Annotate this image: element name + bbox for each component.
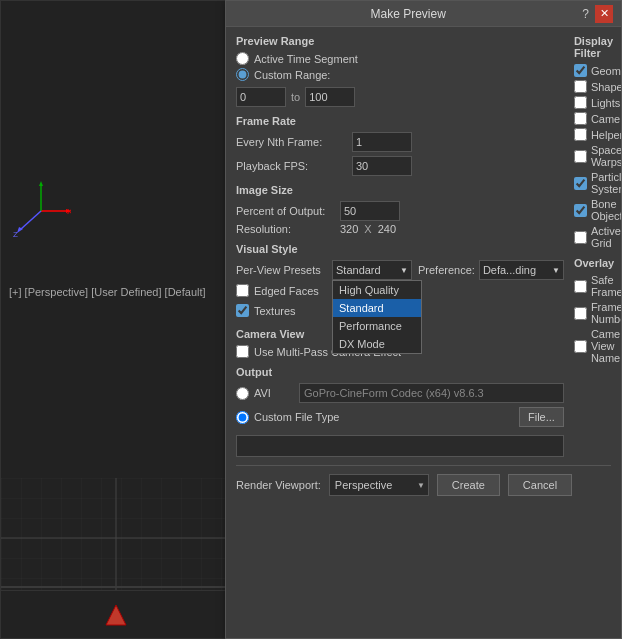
overlay-camera-view-name: Camera / View Name <box>574 328 621 364</box>
codec-display: GoPro-CineForm Codec (x64) v8.6.3 <box>299 383 564 403</box>
filter-geometry: Geometry <box>574 64 621 77</box>
bone-objects-checkbox[interactable] <box>574 204 587 217</box>
cameras-label: Cameras <box>591 113 621 125</box>
filter-lights: Lights <box>574 96 621 109</box>
preset-high-quality[interactable]: High Quality <box>333 281 421 299</box>
bottom-icon <box>101 600 131 630</box>
edged-faces-row: Edged Faces <box>236 284 319 297</box>
textures-row: Textures <box>236 304 296 317</box>
particle-systems-label: Particle Systems <box>591 171 621 195</box>
safe-frames-checkbox[interactable] <box>574 280 587 293</box>
range-inputs: 0 to 100 <box>236 87 564 107</box>
preset-dx-mode[interactable]: DX Mode <box>333 335 421 353</box>
particle-systems-checkbox[interactable] <box>574 177 587 190</box>
bone-objects-label: Bone Objects <box>591 198 621 222</box>
x-separator: X <box>364 223 371 235</box>
percent-input[interactable]: 50 <box>340 201 400 221</box>
per-view-label: Per-View Presets <box>236 264 326 276</box>
overlay-label: Overlay <box>574 257 621 269</box>
playback-fps-label: Playback FPS: <box>236 160 346 172</box>
dialog-title: Make Preview <box>234 7 582 21</box>
active-time-segment-label: Active Time Segment <box>254 53 358 65</box>
frame-numbers-label: Frame Numbers <box>591 301 621 325</box>
display-filter-label: Display Filter <box>574 35 621 59</box>
active-time-segment-radio[interactable] <box>236 52 249 65</box>
filter-shapes: Shapes <box>574 80 621 93</box>
camera-view-name-label: Camera / View Name <box>591 328 621 364</box>
safe-frames-label: Safe Frames <box>591 274 621 298</box>
output-path-input[interactable] <box>236 435 564 457</box>
per-view-presets-row: Per-View Presets Standard High Quality S… <box>236 260 564 280</box>
custom-file-row: Custom File Type File... <box>236 407 564 427</box>
custom-file-radio[interactable] <box>236 411 249 424</box>
percent-label: Percent of Output: <box>236 205 336 217</box>
preset-standard[interactable]: Standard <box>333 299 421 317</box>
custom-range-row: Custom Range: <box>236 68 564 81</box>
lights-checkbox[interactable] <box>574 96 587 109</box>
helpers-checkbox[interactable] <box>574 128 587 141</box>
filter-cameras: Cameras <box>574 112 621 125</box>
cancel-button[interactable]: Cancel <box>508 474 572 496</box>
viewport-select-wrap: Perspective <box>329 474 429 496</box>
render-viewport-select[interactable]: Perspective <box>329 474 429 496</box>
filter-helpers: Helpers <box>574 128 621 141</box>
helpers-label: Helpers <box>591 129 621 141</box>
viewport-panel: X Y Z [+] [Perspective] [User Defined] [… <box>0 0 230 639</box>
overlay-section: Overlay Safe Frames Frame Numbers Camera… <box>574 257 621 364</box>
geometry-label: Geometry <box>591 65 621 77</box>
avi-radio[interactable] <box>236 387 249 400</box>
every-nth-input[interactable]: 1 <box>352 132 412 152</box>
help-button[interactable]: ? <box>582 7 589 21</box>
textures-label: Textures <box>254 305 296 317</box>
close-button[interactable]: ✕ <box>595 5 613 23</box>
filter-space-warps: Space Warps <box>574 144 621 168</box>
range-from-input[interactable]: 0 <box>236 87 286 107</box>
custom-range-radio[interactable] <box>236 68 249 81</box>
avi-row: AVI GoPro-CineForm Codec (x64) v8.6.3 <box>236 383 564 403</box>
create-button[interactable]: Create <box>437 474 500 496</box>
frame-rate-label: Frame Rate <box>236 115 564 127</box>
filter-bone-objects: Bone Objects <box>574 198 621 222</box>
frame-numbers-checkbox[interactable] <box>574 307 587 320</box>
visual-style-label: Visual Style <box>236 243 564 255</box>
per-view-dropdown[interactable]: Standard <box>332 260 412 280</box>
to-label: to <box>291 91 300 103</box>
shapes-checkbox[interactable] <box>574 80 587 93</box>
per-view-dropdown-container: Standard High Quality Standard Performan… <box>332 260 412 280</box>
playback-fps-input[interactable]: 30 <box>352 156 412 176</box>
active-grid-checkbox[interactable] <box>574 231 587 244</box>
preference-value: Defa...ding <box>483 264 536 276</box>
camera-view-name-checkbox[interactable] <box>574 340 587 353</box>
file-button[interactable]: File... <box>519 407 564 427</box>
right-column: Display Filter Geometry Shapes Lights <box>574 35 621 457</box>
dialog-body: Preview Range Active Time Segment Custom… <box>226 27 621 638</box>
viewport-axes: X Y Z <box>11 181 71 241</box>
make-preview-dialog: Make Preview ? ✕ Preview Range Active Ti… <box>225 0 622 639</box>
textures-checkbox[interactable] <box>236 304 249 317</box>
resolution-label: Resolution: <box>236 223 336 235</box>
space-warps-checkbox[interactable] <box>574 150 587 163</box>
multi-pass-checkbox[interactable] <box>236 345 249 358</box>
preset-performance[interactable]: Performance <box>333 317 421 335</box>
preference-dropdown[interactable]: Defa...ding <box>479 260 564 280</box>
range-to-input[interactable]: 100 <box>305 87 355 107</box>
svg-text:Y: Y <box>38 181 44 183</box>
cameras-checkbox[interactable] <box>574 112 587 125</box>
geometry-checkbox[interactable] <box>574 64 587 77</box>
active-grid-label: Active Grid <box>591 225 621 249</box>
overlay-frame-numbers: Frame Numbers <box>574 301 621 325</box>
output-label: Output <box>236 366 564 378</box>
playback-fps-row: Playback FPS: 30 <box>236 156 564 176</box>
preset-dropdown-popup: High Quality Standard Performance DX Mod… <box>332 280 422 354</box>
percent-row: Percent of Output: 50 <box>236 201 564 221</box>
render-viewport-label: Render Viewport: <box>236 479 321 491</box>
bottom-bar: Render Viewport: Perspective Create Canc… <box>236 465 611 496</box>
active-time-segment-row: Active Time Segment <box>236 52 564 65</box>
preview-range-group: Active Time Segment Custom Range: 0 to 1… <box>236 52 564 107</box>
custom-range-label: Custom Range: <box>254 69 330 81</box>
edged-faces-checkbox[interactable] <box>236 284 249 297</box>
res-width: 320 <box>340 223 358 235</box>
every-nth-row: Every Nth Frame: 1 <box>236 132 564 152</box>
viewport-label: [+] [Perspective] [User Defined] [Defaul… <box>9 286 206 298</box>
viewport-grid <box>1 478 231 598</box>
